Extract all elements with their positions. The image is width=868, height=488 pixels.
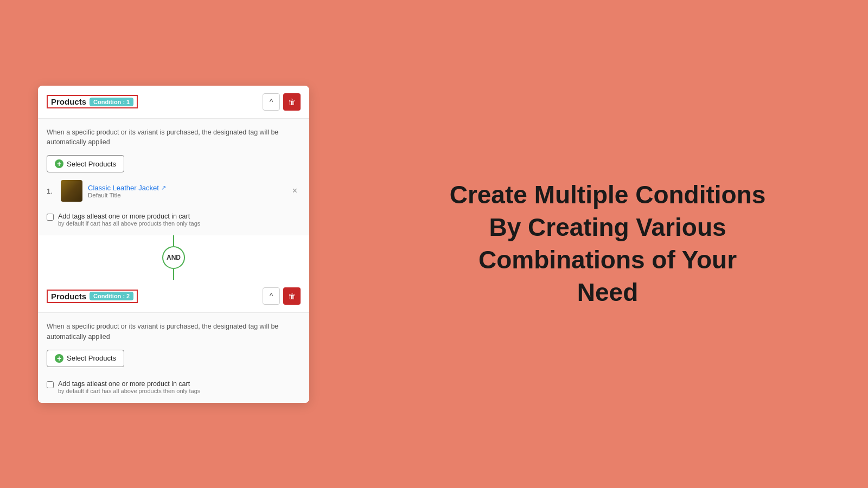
checkbox-labels-1: Add tags atleast one or more product in … bbox=[58, 213, 200, 227]
condition-actions-1: ^ 🗑 bbox=[263, 93, 301, 111]
promo-line-1: Create Multiple Conditions bbox=[450, 181, 766, 209]
condition-desc-2: When a specific product or its variant i… bbox=[47, 322, 301, 342]
and-line-top bbox=[173, 235, 174, 246]
condition-title-2: Products Condition : 2 bbox=[47, 290, 138, 303]
condition-header-1: Products Condition : 1 ^ 🗑 bbox=[38, 86, 309, 119]
checkbox-sublabel-2: by default if cart has all above product… bbox=[58, 388, 200, 394]
select-products-label-2: Select Products bbox=[67, 354, 116, 362]
condition-body-1: When a specific product or its variant i… bbox=[38, 119, 309, 236]
condition-desc-1: When a specific product or its variant i… bbox=[47, 127, 301, 148]
remove-product-button-1[interactable]: × bbox=[289, 185, 301, 197]
condition-badge-1: Condition : 1 bbox=[90, 98, 133, 106]
checkbox-sublabel-1: by default if cart has all above product… bbox=[58, 220, 200, 227]
checkbox-labels-2: Add tags atleast one or more product in … bbox=[58, 380, 200, 394]
and-line-bottom bbox=[173, 269, 174, 280]
promo-line-2: By Creating Various bbox=[489, 213, 726, 241]
product-name-link-1[interactable]: Classic Leather Jacket ↗ bbox=[88, 184, 284, 192]
right-panel: Create Multiple Conditions By Creating V… bbox=[347, 0, 868, 488]
and-connector: AND bbox=[38, 235, 309, 280]
and-badge: AND bbox=[162, 246, 185, 269]
product-info-1: Classic Leather Jacket ↗ Default Title bbox=[88, 184, 284, 198]
select-products-button-2[interactable]: + Select Products bbox=[47, 350, 124, 367]
checkbox-label-1: Add tags atleast one or more product in … bbox=[58, 213, 200, 220]
external-link-icon-1: ↗ bbox=[161, 184, 166, 191]
delete-button-1[interactable]: 🗑 bbox=[283, 93, 301, 111]
promo-line-3: Combinations of Your Need bbox=[478, 246, 737, 306]
product-thumb-image-1 bbox=[61, 180, 82, 202]
condition-block-1: Products Condition : 1 ^ 🗑 When a specif… bbox=[38, 86, 309, 236]
collapse-button-2[interactable]: ^ bbox=[263, 287, 280, 305]
close-icon-1: × bbox=[292, 186, 297, 195]
trash-icon-2: 🗑 bbox=[288, 292, 296, 300]
trash-icon-1: 🗑 bbox=[288, 98, 296, 106]
condition-title-text-2: Products Condition : 2 bbox=[47, 290, 138, 303]
product-variant-1: Default Title bbox=[88, 192, 284, 198]
delete-button-2[interactable]: 🗑 bbox=[283, 287, 301, 305]
product-index-1: 1. bbox=[47, 187, 55, 195]
checkbox-label-2: Add tags atleast one or more product in … bbox=[58, 380, 200, 388]
promo-text: Create Multiple Conditions By Creating V… bbox=[445, 179, 770, 309]
chevron-up-icon-2: ^ bbox=[270, 292, 273, 300]
select-products-button-1[interactable]: + Select Products bbox=[47, 155, 124, 172]
collapse-button-1[interactable]: ^ bbox=[263, 93, 280, 111]
condition-header-2: Products Condition : 2 ^ 🗑 bbox=[38, 280, 309, 313]
condition-body-2: When a specific product or its variant i… bbox=[38, 313, 309, 403]
left-panel: Products Condition : 1 ^ 🗑 When a specif… bbox=[0, 0, 347, 488]
condition-label-2: Products bbox=[51, 292, 86, 301]
plus-icon-2: + bbox=[55, 354, 63, 363]
checkbox-row-1: Add tags atleast one or more product in … bbox=[47, 207, 301, 227]
add-tags-checkbox-1[interactable] bbox=[47, 214, 54, 221]
condition-title-1: Products Condition : 1 bbox=[47, 95, 138, 108]
condition-badge-2: Condition : 2 bbox=[90, 292, 133, 300]
plus-icon-1: + bbox=[55, 159, 63, 168]
chevron-up-icon-1: ^ bbox=[270, 98, 273, 106]
condition-label-1: Products bbox=[51, 97, 86, 106]
checkbox-row-2: Add tags atleast one or more product in … bbox=[47, 375, 301, 394]
select-products-label-1: Select Products bbox=[67, 160, 116, 168]
product-item-1: 1. Classic Leather Jacket ↗ Default Titl… bbox=[47, 180, 301, 202]
condition-block-2: Products Condition : 2 ^ 🗑 When a specif… bbox=[38, 280, 309, 403]
add-tags-checkbox-2[interactable] bbox=[47, 381, 54, 388]
conditions-card: Products Condition : 1 ^ 🗑 When a specif… bbox=[38, 86, 309, 403]
product-name-text-1: Classic Leather Jacket bbox=[88, 184, 159, 192]
condition-actions-2: ^ 🗑 bbox=[263, 287, 301, 305]
condition-title-text-1: Products Condition : 1 bbox=[47, 95, 138, 108]
product-thumbnail-1 bbox=[61, 180, 82, 202]
